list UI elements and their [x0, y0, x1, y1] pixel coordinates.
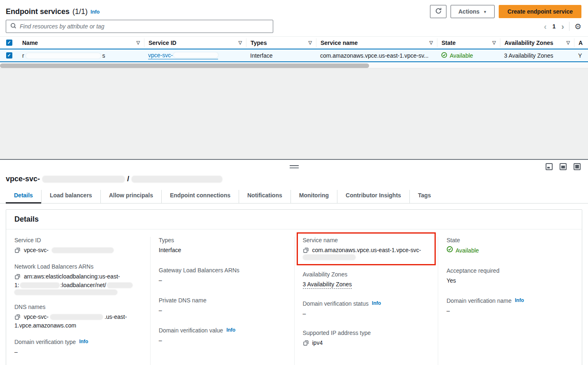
search-box[interactable]	[6, 20, 273, 33]
details-column-3: Service name com.amazonaws.vpce.us-east-…	[294, 237, 438, 365]
availability-zones-link[interactable]: 3 Availability Zones	[303, 281, 352, 289]
field-nlb-arns: Network Load Balancers ARNs arn:aws:elas…	[14, 263, 142, 295]
select-all-checkbox[interactable]: ✓	[6, 40, 12, 46]
column-header-state[interactable]: State▽	[437, 38, 500, 47]
check-icon: ✓	[7, 40, 11, 45]
redacted-text	[20, 283, 60, 288]
column-header-service-id[interactable]: Service ID▽	[144, 38, 246, 47]
field-glb-arns: Gateway Load Balancers ARNs –	[159, 267, 286, 285]
tab-load-balancers[interactable]: Load balancers	[41, 190, 100, 203]
field-domain-verification-type: Domain verification type Info –	[14, 339, 142, 356]
gear-icon[interactable]: ⚙	[574, 23, 581, 30]
tab-endpoint-connections[interactable]: Endpoint connections	[161, 190, 239, 203]
filter-bar: ‹ 1 › ⚙	[0, 18, 588, 36]
redacted-text	[26, 53, 101, 58]
tab-tags[interactable]: Tags	[409, 190, 439, 203]
column-header-clipped[interactable]: A	[574, 38, 588, 47]
panel-drag-handle[interactable]	[290, 165, 299, 168]
result-count: (1/1)	[72, 7, 88, 16]
sort-icon[interactable]: ▽	[137, 40, 140, 45]
table-row[interactable]: ✓ r s vpce-svc- Interface com.amazonaws.…	[0, 49, 588, 62]
info-link[interactable]: Info	[372, 300, 381, 306]
refresh-icon	[435, 7, 442, 16]
check-icon: ✓	[7, 53, 11, 58]
redacted-text	[14, 290, 117, 295]
background-area	[0, 68, 588, 159]
details-column-4: State Available Acceptance required	[438, 237, 582, 365]
redacted-text	[52, 248, 114, 253]
copy-icon[interactable]	[303, 340, 309, 346]
redacted-text	[107, 283, 132, 288]
details-card-heading: Details	[6, 210, 582, 229]
copy-icon[interactable]	[14, 274, 21, 280]
details-card: Details Service ID vpce-svc-	[6, 209, 582, 365]
field-domain-verification-name: Domain verification name Info –	[446, 297, 574, 315]
sort-icon[interactable]: ▽	[567, 40, 570, 45]
column-header-types[interactable]: Types▽	[246, 38, 316, 47]
availability-zones-link[interactable]: 3 Availability Zones	[504, 52, 553, 59]
search-input[interactable]	[20, 23, 269, 30]
tab-contributor-insights[interactable]: Contributor Insights	[337, 190, 409, 203]
field-service-id: Service ID vpce-svc-	[14, 237, 142, 255]
sort-icon[interactable]: ▽	[430, 40, 433, 45]
column-header-service-name[interactable]: Service name▽	[316, 38, 437, 47]
actions-button[interactable]: Actions ▼	[451, 5, 495, 18]
divider	[569, 22, 569, 31]
table-header-row: ✓ Name▽ Service ID▽ Types▽ Service name▽…	[0, 36, 588, 49]
sort-icon[interactable]: ▽	[309, 40, 312, 45]
sort-icon[interactable]: ▽	[239, 40, 242, 45]
row-checkbox[interactable]: ✓	[6, 52, 12, 58]
column-header-availability-zones[interactable]: Availability Zones▽	[500, 38, 574, 47]
search-icon	[10, 23, 16, 30]
endpoint-services-table: ✓ Name▽ Service ID▽ Types▽ Service name▽…	[0, 36, 588, 68]
horizontal-scrollbar[interactable]	[0, 63, 588, 68]
create-endpoint-service-button[interactable]: Create endpoint service	[499, 5, 581, 18]
refresh-button[interactable]	[430, 5, 446, 18]
details-column-1: Service ID vpce-svc- Network Load Balanc…	[6, 237, 150, 365]
service-id-link[interactable]: vpce-svc-	[148, 52, 218, 59]
tab-details[interactable]: Details	[6, 190, 41, 203]
field-acceptance-required: Acceptance required Yes	[446, 267, 574, 285]
check-circle-icon	[441, 52, 447, 59]
panel-size-large-icon[interactable]	[574, 163, 581, 170]
tab-monitoring[interactable]: Monitoring	[291, 190, 337, 203]
cell-service-name: com.amazonaws.vpce.us-east-1.vpce-sv...	[316, 52, 437, 59]
redacted-text	[42, 176, 125, 182]
sort-icon[interactable]: ▽	[493, 40, 496, 45]
copy-icon[interactable]	[14, 247, 21, 253]
page-header: Endpoint services (1/1) Info Actions ▼ C…	[0, 0, 588, 18]
cell-availability-zones: 3 Availability Zones	[500, 52, 574, 59]
horizontal-scrollbar-thumb[interactable]	[0, 63, 369, 68]
check-circle-icon	[446, 246, 453, 255]
pagination: ‹ 1 › ⚙	[544, 22, 581, 31]
previous-page-button[interactable]: ‹	[544, 22, 547, 30]
select-all-cell: ✓	[0, 38, 18, 47]
split-panel: vpce-svc- / Details Load balancers Allow…	[0, 159, 588, 360]
redacted-text	[50, 314, 103, 320]
cell-types: Interface	[246, 52, 316, 59]
tab-notifications[interactable]: Notifications	[239, 190, 291, 203]
tab-allow-principals[interactable]: Allow principals	[100, 190, 161, 203]
field-service-name: Service name com.amazonaws.vpce.us-east-…	[303, 237, 430, 260]
field-supported-ip-type: Supported IP address type ipv4	[303, 330, 430, 347]
info-link[interactable]: Info	[226, 327, 235, 333]
redacted-text	[174, 52, 218, 58]
info-link[interactable]: Info	[91, 9, 100, 15]
row-select-cell: ✓	[0, 52, 18, 58]
current-page[interactable]: 1	[551, 23, 556, 30]
field-domain-verification-value: Domain verification value Info –	[159, 327, 286, 345]
next-page-button[interactable]: ›	[561, 22, 564, 30]
cell-acceptance-clipped: Y	[574, 52, 588, 59]
info-link[interactable]: Info	[79, 339, 88, 344]
info-link[interactable]: Info	[515, 297, 524, 303]
column-header-name[interactable]: Name▽	[18, 38, 144, 47]
field-types: Types Interface	[159, 237, 286, 255]
chevron-down-icon: ▼	[483, 10, 487, 14]
copy-icon[interactable]	[14, 314, 21, 320]
panel-title: vpce-svc- /	[6, 175, 582, 183]
panel-size-controls	[546, 163, 581, 170]
copy-icon[interactable]	[303, 247, 309, 253]
panel-size-medium-icon[interactable]	[560, 163, 567, 170]
panel-size-small-icon[interactable]	[546, 163, 553, 170]
page-title: Endpoint services	[6, 7, 70, 16]
